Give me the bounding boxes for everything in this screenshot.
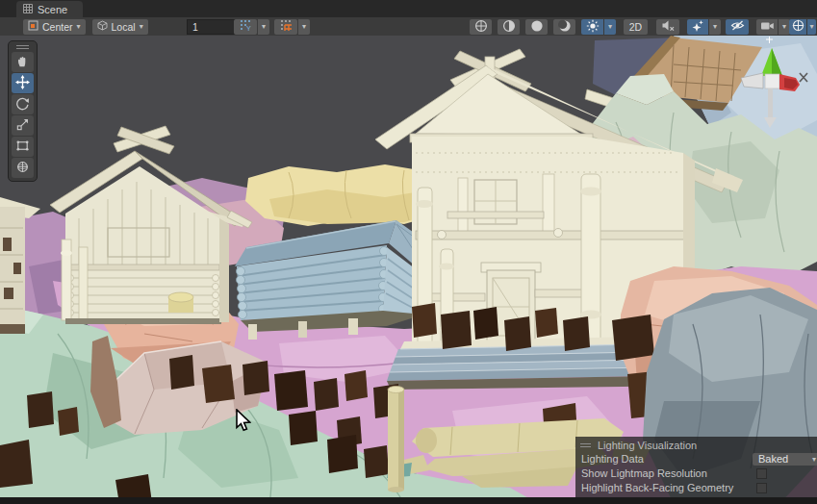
cube-icon	[97, 20, 108, 33]
scale-icon	[15, 117, 30, 134]
effects-sparkle-icon	[691, 19, 704, 35]
post-cylinder[interactable]	[388, 387, 404, 493]
circle-half-icon	[502, 19, 516, 35]
tools-drag-handle[interactable]	[10, 43, 36, 51]
chevron-down-icon: ▾	[302, 23, 306, 31]
effects-toggle-button[interactable]	[687, 19, 708, 35]
chevron-down-icon: ▾	[77, 23, 81, 31]
lighting-toggle-button[interactable]	[581, 19, 603, 35]
panel-title: Lighting Visualization	[598, 440, 697, 451]
drag-handle-icon[interactable]	[580, 443, 591, 447]
tab-label: Scene	[38, 4, 67, 15]
tool-rect[interactable]	[12, 137, 34, 157]
grid-visibility-button[interactable]: Y	[234, 19, 257, 35]
show-lightmap-resolution-checkbox[interactable]	[756, 468, 767, 479]
lighting-menu-arrow[interactable]: ▾	[604, 19, 616, 35]
grid-increment-icon	[280, 19, 293, 34]
move-icon	[15, 75, 30, 91]
view-shaded-wireframe-button[interactable]	[498, 19, 520, 35]
camera-settings-button[interactable]	[756, 19, 778, 35]
rotation-mode-button[interactable]: Local ▾	[92, 19, 148, 35]
chevron-down-icon: ▾	[140, 23, 143, 31]
pivot-center-icon	[28, 20, 38, 33]
2d-label: 2D	[629, 21, 642, 33]
effects-menu-arrow[interactable]: ▾	[709, 19, 721, 35]
eye-hidden-icon	[730, 19, 745, 34]
small-cylinder[interactable]	[168, 292, 193, 313]
grid-size-input[interactable]	[187, 19, 239, 35]
pivot-mode-label: Center	[42, 21, 73, 33]
lighting-data-value: Baked	[758, 452, 788, 466]
target-icon	[792, 19, 804, 34]
tool-transform[interactable]	[12, 158, 34, 178]
tab-bar: Scene	[0, 0, 817, 17]
chevron-down-icon: ▾	[809, 23, 813, 31]
snap-increment-menu-arrow[interactable]: ▾	[298, 19, 310, 35]
chevron-down-icon: ▾	[608, 23, 612, 31]
scene-toolbar: Center ▾ Local ▾ Y ▾	[0, 17, 817, 37]
tool-scale[interactable]	[12, 115, 34, 136]
tab-scene[interactable]: Scene	[16, 1, 83, 17]
lighting-data-dropdown[interactable]: Baked ▾	[753, 453, 817, 466]
tool-column	[8, 40, 38, 182]
chevron-down-icon: ▾	[812, 456, 816, 464]
chevron-down-icon: ▾	[262, 23, 266, 31]
show-lightmap-resolution-label: Show Lightmap Resolution	[581, 467, 707, 479]
gizmos-menu-arrow[interactable]: ▾	[807, 19, 816, 35]
rect-icon	[15, 139, 30, 155]
scene-viewport[interactable]: Lighting Visualization Lighting Data Bak…	[0, 36, 817, 504]
highlight-backfacing-checkbox[interactable]	[756, 483, 767, 493]
tool-move[interactable]	[12, 73, 34, 93]
pivot-mode-button[interactable]: Center ▾	[23, 19, 86, 35]
bottom-window-edge	[0, 497, 817, 504]
chevron-down-icon: ▾	[713, 23, 717, 31]
circle-filled-icon	[530, 19, 544, 35]
chevron-down-icon: ▾	[782, 23, 786, 31]
transform-icon	[15, 160, 30, 176]
audio-muted-icon	[661, 19, 676, 34]
circle-cross-icon	[474, 19, 488, 35]
visibility-toggle-button[interactable]	[726, 19, 749, 35]
highlight-backfacing-label: Highlight Back-Facing Geometry	[581, 482, 733, 493]
grid-icon	[23, 4, 33, 15]
2d-toggle-button[interactable]: 2D	[624, 19, 648, 35]
scene-canvas[interactable]	[0, 36, 817, 504]
view-solid-button[interactable]	[525, 19, 548, 35]
rotation-mode-label: Local	[112, 21, 136, 33]
rotate-icon	[15, 96, 30, 113]
lighting-data-label: Lighting Data	[581, 453, 644, 465]
sun-icon	[586, 19, 600, 35]
circle-crescent-icon	[558, 19, 572, 35]
view-wireframe-button[interactable]	[470, 19, 492, 35]
audio-toggle-button[interactable]	[656, 19, 679, 35]
tool-rotate[interactable]	[12, 94, 34, 114]
unity-scene-view: { "window": { "tab_label": "Scene" }, "t…	[0, 0, 817, 504]
lighting-visualization-panel: Lighting Visualization Lighting Data Bak…	[575, 437, 817, 498]
snap-increment-button[interactable]	[274, 19, 297, 35]
grid-visibility-menu-arrow[interactable]: ▾	[258, 19, 269, 35]
hand-icon	[15, 54, 30, 70]
camera-icon	[760, 20, 775, 34]
gizmos-toggle-button[interactable]	[789, 19, 806, 35]
view-crescent-button[interactable]	[553, 19, 575, 35]
grid-snap-y-icon: Y	[240, 19, 252, 34]
tool-hand[interactable]	[12, 52, 34, 72]
svg-text:Y: Y	[246, 25, 251, 32]
